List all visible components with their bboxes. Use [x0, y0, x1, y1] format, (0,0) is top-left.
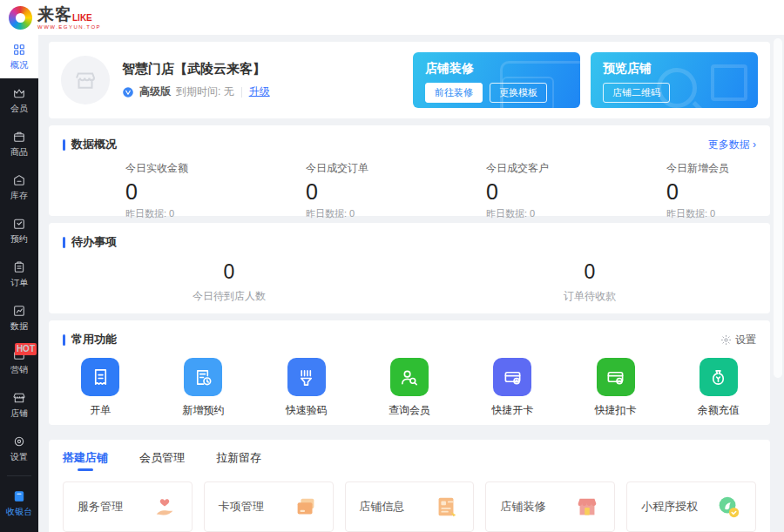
service-management-card[interactable]: 服务管理: [63, 481, 193, 532]
sidebar-item-inventory[interactable]: 库存: [0, 165, 38, 209]
store-avatar: [61, 56, 110, 104]
sidebar-item-shop[interactable]: 店铺: [0, 383, 38, 427]
sidebar-item-label: 商品: [10, 146, 28, 158]
banner-buttons: 前往装修 更换模板: [425, 83, 568, 103]
hot-badge: HOT: [15, 343, 37, 355]
quick-search-member[interactable]: 查询会员: [358, 358, 461, 418]
quick-actions-row: 开单 新增预约 快速验码 查询会员: [49, 347, 770, 418]
sidebar-item-overview[interactable]: 概况: [0, 35, 38, 78]
barcode-scan-icon: [287, 358, 326, 396]
change-template-button[interactable]: 更换模板: [490, 83, 547, 103]
meta-divider: [241, 87, 242, 98]
brand-logo-icon: [9, 6, 32, 30]
mini-program-auth-card[interactable]: 小程序授权: [626, 481, 756, 532]
verified-badge-icon: [122, 86, 134, 98]
sidebar-item-label: 设置: [10, 451, 28, 463]
storefront-color-icon: [574, 494, 600, 520]
stat-label: 今日成交订单: [306, 161, 409, 176]
stat-new-members: 今日新增会员 0 昨日数据: 0: [590, 161, 770, 220]
stat-today-revenue: 今日实收金额 0 昨日数据: 0: [49, 161, 229, 220]
tab-member-management[interactable]: 会员管理: [139, 450, 185, 473]
mini-program-icon: [715, 494, 741, 520]
banner-group: 店铺装修 前往装修 更换模板 预览店铺 店铺二维码: [413, 52, 758, 108]
data-overview-card: 数据概况 更多数据 › 今日实收金额 0 昨日数据: 0 今日成交订单 0 昨日…: [49, 125, 770, 216]
stat-sub: 昨日数据: 0: [486, 207, 590, 220]
brand-logo-text: 来客LIKE WWW.EGYUN.TOP: [37, 6, 101, 30]
todo-row: 0 今日待到店人数 0 订单待收款: [49, 250, 770, 304]
sidebar-item-orders[interactable]: 订单: [0, 253, 38, 296]
quick-label: 开单: [90, 403, 111, 418]
more-data-link[interactable]: 更多数据 ›: [708, 138, 756, 152]
shop-info-card[interactable]: 店铺信息: [345, 481, 475, 532]
section-title: 常用功能: [71, 332, 720, 347]
brand-name: 来客: [37, 5, 72, 24]
card-label: 小程序授权: [641, 499, 698, 515]
sidebar-item-settings[interactable]: 设置: [0, 427, 38, 470]
quick-scan-code[interactable]: 快速验码: [255, 358, 358, 418]
sidebar: 概况 会员 商品 库存 预约 订单 数据 HOT 营销 店铺 设置 收银台: [0, 35, 38, 532]
card-label: 店铺装修: [500, 499, 545, 515]
cashier-icon: [12, 489, 26, 503]
shop-decorate-card[interactable]: 店铺装修: [485, 481, 615, 532]
banner-title: 预览店铺: [603, 61, 746, 77]
go-decorate-button[interactable]: 前往装修: [425, 83, 483, 103]
sidebar-item-label: 营销: [10, 364, 28, 376]
quick-new-appointment[interactable]: 新增预约: [152, 358, 254, 418]
stat-sub: 昨日数据: 0: [125, 207, 229, 220]
sidebar-item-label: 库存: [10, 190, 28, 202]
expire-label: 到期时间: 无: [176, 84, 234, 99]
sidebar-item-cashier[interactable]: 收银台: [0, 481, 38, 525]
brand-url: WWW.EGYUN.TOP: [37, 24, 101, 30]
card-item-management-card[interactable]: 卡项管理: [204, 481, 334, 532]
gear-icon: [720, 334, 732, 346]
stat-sub: 昨日数据: 0: [306, 207, 409, 220]
banner-buttons: 店铺二维码: [603, 83, 746, 103]
tab-build-shop[interactable]: 搭建店铺: [63, 450, 108, 473]
section-accent-bar: [63, 334, 65, 346]
section-title: 数据概况: [71, 137, 708, 152]
upgrade-link[interactable]: 升级: [249, 84, 270, 99]
brand-accent: LIKE: [72, 13, 92, 23]
crown-icon: [12, 86, 26, 100]
sidebar-item-label: 预约: [10, 233, 28, 246]
member-search-icon: [390, 358, 429, 396]
scrollbar-thumb[interactable]: [774, 38, 782, 378]
package-icon: [12, 130, 26, 144]
stat-label: 今日成交客户: [486, 161, 590, 176]
quick-settings-button[interactable]: 设置: [720, 333, 756, 347]
sidebar-item-label: 数据: [10, 320, 28, 333]
quick-create-order[interactable]: 开单: [49, 358, 152, 418]
settings-label: 设置: [735, 333, 756, 347]
sidebar-item-marketing[interactable]: HOT 营销: [0, 340, 38, 383]
sidebar-item-label: 会员: [10, 103, 28, 115]
todo-label: 今日待到店人数: [49, 289, 409, 304]
card-label: 服务管理: [78, 499, 123, 515]
stats-row: 今日实收金额 0 昨日数据: 0 今日成交订单 0 昨日数据: 0 今日成交客户…: [49, 152, 770, 220]
sidebar-item-label: 收银台: [6, 506, 32, 518]
store-info-card: 智慧门店【武陵云来客】 高级版 到期时间: 无 升级 店铺装修 前往装修 更换模…: [49, 42, 770, 118]
section-header: 待办事项: [49, 223, 770, 250]
build-tabs: 搭建店铺 会员管理 拉新留存: [63, 440, 756, 473]
shop-qrcode-button[interactable]: 店铺二维码: [603, 83, 670, 103]
scrollbar[interactable]: [774, 38, 782, 526]
quick-balance-recharge[interactable]: 余额充值: [667, 358, 770, 418]
document-clock-icon: [184, 358, 222, 396]
tab-acquisition-retention[interactable]: 拉新留存: [216, 450, 261, 473]
store-meta: 高级版 到期时间: 无 升级: [122, 84, 401, 99]
stat-value: 0: [486, 179, 590, 205]
sidebar-item-members[interactable]: 会员: [0, 78, 38, 122]
sidebar-item-label: 店铺: [10, 407, 28, 420]
sidebar-item-products[interactable]: 商品: [0, 122, 38, 165]
quick-open-card[interactable]: 快捷开卡: [461, 358, 564, 418]
sidebar-item-data[interactable]: 数据: [0, 296, 38, 340]
card-label: 店铺信息: [360, 499, 405, 515]
grid-icon: [12, 43, 26, 57]
sidebar-item-appointments[interactable]: 预约: [0, 209, 38, 253]
document-edit-icon: [433, 494, 459, 520]
quick-label: 快速验码: [286, 403, 328, 418]
preview-banner: 预览店铺 店铺二维码: [591, 52, 758, 108]
stat-today-customers: 今日成交客户 0 昨日数据: 0: [409, 161, 590, 220]
section-header: 常用功能 设置: [49, 320, 770, 347]
todo-value: 0: [49, 260, 409, 284]
quick-deduct-card[interactable]: 快捷扣卡: [564, 358, 666, 418]
